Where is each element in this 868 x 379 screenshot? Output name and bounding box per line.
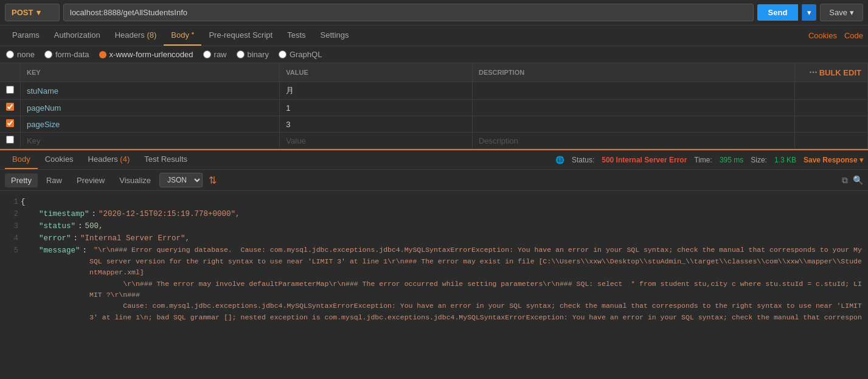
- chevron-down-icon: ▾: [850, 8, 854, 17]
- table-row: Key Value Description: [0, 133, 868, 149]
- status-value: 500 Internal Server Error: [602, 156, 687, 164]
- fmt-tab-raw[interactable]: Raw: [40, 173, 68, 187]
- row-checkbox[interactable]: [6, 119, 14, 127]
- resp-tab-body[interactable]: Body: [5, 150, 38, 169]
- params-table: KEY VALUE DESCRIPTION ··· Bulk Edit stuN…: [0, 63, 868, 149]
- globe-icon[interactable]: 🌐: [555, 156, 564, 164]
- method-select[interactable]: POST ▾: [5, 4, 60, 21]
- row-checkbox[interactable]: [6, 86, 14, 94]
- format-bar: Pretty Raw Preview Visualize JSON XML HT…: [0, 170, 868, 191]
- radio-none[interactable]: none: [6, 50, 35, 59]
- send-dropdown-button[interactable]: ▾: [802, 4, 816, 21]
- col-key: KEY: [21, 63, 280, 82]
- tab-params[interactable]: Params: [5, 26, 47, 46]
- radio-active-dot: [99, 51, 106, 58]
- row-key[interactable]: stuName: [21, 82, 280, 100]
- tab-body[interactable]: Body ●: [164, 26, 201, 46]
- row-key[interactable]: pageNum: [21, 100, 280, 116]
- col-checkbox: [0, 63, 21, 82]
- tab-settings[interactable]: Settings: [313, 26, 356, 46]
- row-description[interactable]: [472, 100, 794, 116]
- radio-x-www-form-urlencoded[interactable]: x-www-form-urlencoded: [99, 50, 193, 59]
- json-viewer: 1 { 2 "timestamp" : "2020-12-15T02:15:19…: [0, 191, 868, 325]
- row-value-placeholder[interactable]: Value: [280, 133, 473, 149]
- tab-headers[interactable]: Headers (8): [108, 26, 164, 46]
- cookies-link[interactable]: Cookies: [808, 31, 837, 40]
- size-label: Size:: [751, 156, 767, 164]
- response-tabs: Body Cookies Headers (4) Test Results 🌐 …: [0, 150, 868, 170]
- radio-binary[interactable]: binary: [237, 50, 269, 59]
- response-section: Body Cookies Headers (4) Test Results 🌐 …: [0, 149, 868, 325]
- json-line: 2 "timestamp" : "2020-12-15T02:15:19.778…: [6, 208, 862, 220]
- params-table-container: KEY VALUE DESCRIPTION ··· Bulk Edit stuN…: [0, 63, 868, 149]
- row-checkbox-cell[interactable]: [0, 116, 21, 133]
- tab-prerequest[interactable]: Pre-request Script: [201, 26, 280, 46]
- status-label: Status:: [572, 156, 594, 164]
- row-key[interactable]: pageSize: [21, 116, 280, 133]
- table-row: pageNum 1: [0, 100, 868, 116]
- time-value: 395 ms: [720, 156, 743, 164]
- json-line: 4 "error" : "Internal Server Error",: [6, 232, 862, 245]
- table-row: stuName 月: [0, 82, 868, 100]
- row-checkbox[interactable]: [6, 103, 14, 111]
- search-icon[interactable]: 🔍: [853, 175, 863, 186]
- row-value[interactable]: 3: [280, 116, 473, 133]
- row-extra: [795, 116, 868, 133]
- row-value[interactable]: 1: [280, 100, 473, 116]
- row-checkbox-cell[interactable]: [0, 82, 21, 100]
- col-value: VALUE: [280, 63, 473, 82]
- save-button[interactable]: Save ▾: [820, 4, 863, 21]
- method-label: POST: [12, 8, 33, 17]
- row-description[interactable]: [472, 116, 794, 133]
- url-input[interactable]: [63, 4, 754, 21]
- time-label: Time:: [694, 156, 712, 164]
- row-extra: [795, 82, 868, 100]
- json-line: 5 "message" : "\r\n### Error querying da…: [6, 245, 862, 325]
- col-description: DESCRIPTION: [472, 63, 794, 82]
- table-row: pageSize 3: [0, 116, 868, 133]
- nav-tabs: Params Authorization Headers (8) Body ● …: [0, 26, 868, 46]
- chevron-down-icon: ▾: [36, 8, 41, 17]
- row-description[interactable]: [472, 82, 794, 100]
- row-extra: [795, 133, 868, 149]
- row-value[interactable]: 月: [280, 82, 473, 100]
- radio-raw[interactable]: raw: [203, 50, 227, 59]
- col-actions: ··· Bulk Edit: [795, 63, 868, 82]
- resp-tab-headers[interactable]: Headers (4): [81, 150, 137, 169]
- resp-tab-test-results[interactable]: Test Results: [137, 150, 195, 169]
- send-button[interactable]: Send: [757, 4, 799, 21]
- size-value: 1.3 KB: [774, 156, 796, 164]
- json-line: 1 {: [6, 196, 862, 208]
- fmt-tab-preview[interactable]: Preview: [71, 173, 111, 187]
- tab-authorization[interactable]: Authorization: [47, 26, 108, 46]
- row-description-placeholder[interactable]: Description: [472, 133, 794, 149]
- code-link[interactable]: Code: [844, 31, 863, 40]
- copy-icon[interactable]: ⧉: [842, 175, 848, 186]
- fmt-tab-pretty[interactable]: Pretty: [5, 173, 38, 187]
- top-bar: POST ▾ Send ▾ Save ▾: [0, 0, 868, 26]
- save-response-button[interactable]: Save Response ▾: [804, 156, 863, 164]
- row-checkbox[interactable]: [6, 136, 14, 144]
- row-key-placeholder[interactable]: Key: [21, 133, 280, 149]
- format-select[interactable]: JSON XML HTML Text: [159, 173, 203, 187]
- radio-graphql[interactable]: GraphQL: [279, 50, 322, 59]
- radio-form-data[interactable]: form-data: [44, 50, 89, 59]
- resp-tab-cookies[interactable]: Cookies: [38, 150, 81, 169]
- bulk-edit-button[interactable]: Bulk Edit: [819, 68, 861, 77]
- fmt-tab-visualize[interactable]: Visualize: [113, 173, 157, 187]
- body-type-bar: none form-data x-www-form-urlencoded raw…: [0, 46, 868, 63]
- row-checkbox-cell[interactable]: [0, 133, 21, 149]
- row-checkbox-cell[interactable]: [0, 100, 21, 116]
- json-line: 3 "status" : 500,: [6, 220, 862, 232]
- more-options-icon[interactable]: ···: [809, 67, 817, 77]
- row-extra: [795, 100, 868, 116]
- tab-tests[interactable]: Tests: [280, 26, 313, 46]
- sort-icon[interactable]: ⇅: [209, 175, 217, 186]
